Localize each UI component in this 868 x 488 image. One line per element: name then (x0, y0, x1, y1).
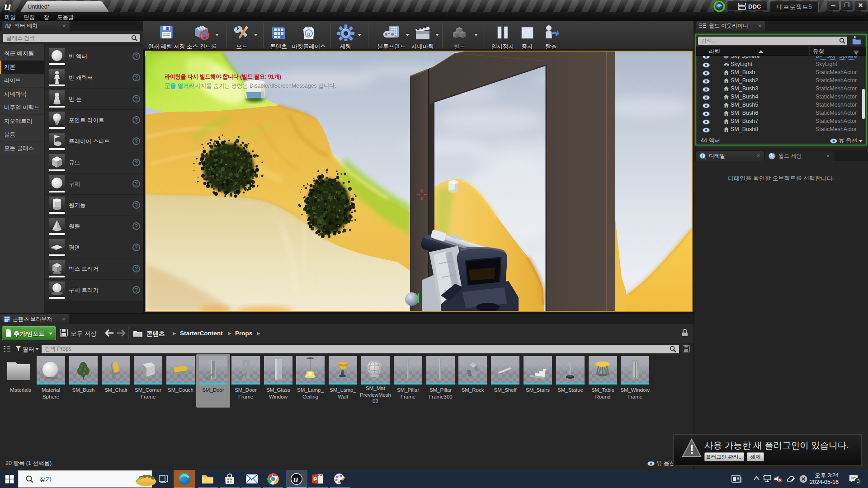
svg-text:i: i (702, 154, 703, 159)
svg-text:시지를 숨기는 명령은 DisableAllScreenMe: 시지를 숨기는 명령은 DisableAllScreenMessages 입니다… (195, 82, 336, 89)
svg-text:u: u (4, 0, 11, 12)
svg-text:u: u (307, 30, 311, 37)
svg-text:문을 열거라: 문을 열거라 (165, 82, 194, 89)
svg-text:Untitled*: Untitled* (28, 3, 50, 10)
svg-text:P: P (313, 476, 317, 483)
svg-text:라이팅을 다시 빌드해야 합니다 (빌드 필요: 91개): 라이팅을 다시 빌드해야 합니다 (빌드 필요: 91개) (165, 73, 281, 80)
svg-text:u: u (293, 474, 298, 484)
